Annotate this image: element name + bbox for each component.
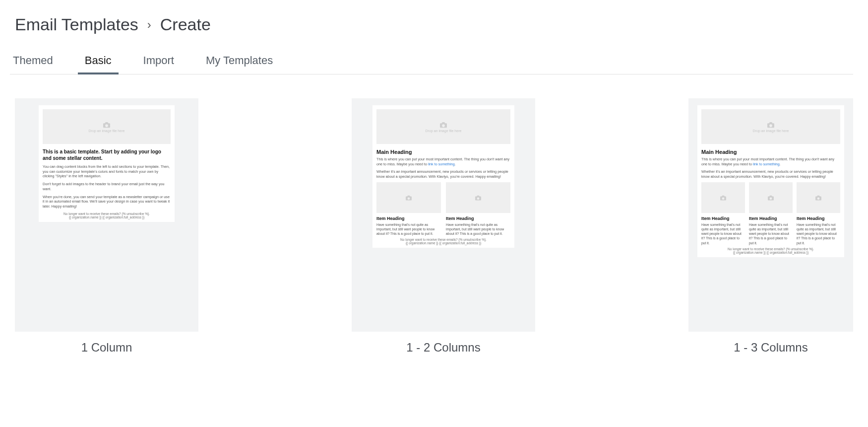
footer-org: {{ organization.name }} {{ organization.… (701, 251, 840, 254)
preview-item: Item Heading Have something that's not q… (446, 182, 510, 236)
item-body: Have something that's not quite as impor… (797, 222, 840, 245)
image-placeholder (376, 182, 441, 213)
template-thumb: Drop an image file here Main Heading Thi… (688, 98, 853, 332)
preview-footer: No longer want to receive these emails? … (43, 212, 171, 219)
preview-heading: Main Heading (701, 149, 840, 155)
preview-paragraph: This is where you can put your most impo… (376, 157, 510, 166)
image-placeholder (749, 182, 793, 213)
preview-footer: No longer want to receive these emails? … (376, 238, 510, 245)
preview-link: link to something (753, 162, 780, 166)
preview-item: Item Heading Have something that's not q… (797, 182, 840, 245)
preview-paragraph: When you're done, you can send your temp… (43, 195, 171, 209)
tab-basic[interactable]: Basic (82, 54, 115, 74)
preview-heading: Main Heading (376, 149, 510, 155)
preview-paragraph: You can drag content blocks from the lef… (43, 164, 171, 179)
footer-unsub: No longer want to receive these emails? … (701, 247, 840, 251)
template-preview: Drop an image file here Main Heading Thi… (697, 105, 844, 257)
image-placeholder-label: Drop an image file here (89, 129, 125, 133)
camera-icon (719, 195, 727, 201)
tab-my-templates[interactable]: My Templates (203, 54, 276, 74)
tab-themed[interactable]: Themed (10, 54, 56, 74)
item-heading: Item Heading (797, 216, 840, 221)
preview-footer: No longer want to receive these emails? … (701, 247, 840, 254)
breadcrumb: Email Templates › Create (15, 15, 853, 34)
image-placeholder-label: Drop an image file here (426, 129, 462, 133)
preview-paragraph: Don't forget to add images to the header… (43, 182, 171, 191)
preview-title: This is a basic template. Start by addin… (43, 149, 171, 161)
image-placeholder: Drop an image file here (376, 109, 510, 144)
preview-item: Item Heading Have something that's not q… (749, 182, 793, 245)
camera-icon (814, 195, 822, 201)
camera-icon (766, 121, 775, 128)
item-heading: Item Heading (749, 216, 793, 221)
preview-item: Item Heading Have something that's not q… (701, 182, 745, 245)
camera-icon (405, 195, 413, 201)
breadcrumb-root[interactable]: Email Templates (15, 15, 138, 34)
tab-import[interactable]: Import (140, 54, 177, 74)
item-body: Have something that's not quite as impor… (446, 222, 510, 236)
item-heading: Item Heading (376, 216, 441, 221)
template-preview: Drop an image file here This is a basic … (39, 105, 175, 222)
camera-icon (439, 121, 448, 128)
template-preview: Drop an image file here Main Heading Thi… (372, 105, 514, 248)
template-thumb: Drop an image file here Main Heading Thi… (352, 98, 535, 332)
template-card-1-3-columns[interactable]: Drop an image file here Main Heading Thi… (688, 98, 853, 355)
breadcrumb-current: Create (160, 15, 211, 34)
template-label: 1 Column (15, 341, 198, 355)
item-body: Have something that's not quite as impor… (749, 222, 793, 245)
image-placeholder (701, 182, 745, 213)
template-label: 1 - 2 Columns (352, 341, 535, 355)
tabs: Themed Basic Import My Templates (10, 54, 853, 74)
item-heading: Item Heading (701, 216, 745, 221)
camera-icon (767, 195, 775, 201)
template-thumb: Drop an image file here This is a basic … (15, 98, 198, 332)
template-card-1-column[interactable]: Drop an image file here This is a basic … (15, 98, 198, 355)
footer-unsub: No longer want to receive these emails? … (376, 238, 510, 241)
preview-paragraph: This is where you can put your most impo… (701, 157, 840, 166)
chevron-right-icon: › (147, 18, 151, 32)
footer-unsub: No longer want to receive these emails? … (43, 212, 171, 215)
preview-link: link to something (428, 162, 455, 166)
template-label: 1 - 3 Columns (688, 341, 853, 355)
item-body: Have something that's not quite as impor… (376, 222, 441, 236)
template-gallery: Drop an image file here This is a basic … (15, 74, 853, 355)
image-placeholder: Drop an image file here (701, 109, 840, 144)
footer-org: {{ organization.name }} {{ organization.… (376, 241, 510, 245)
footer-org: {{ organization.name }} {{ organization.… (43, 215, 171, 219)
camera-icon (102, 121, 111, 128)
preview-row: Item Heading Have something that's not q… (376, 182, 510, 236)
preview-paragraph: Whether it's an important announcement, … (376, 169, 510, 179)
image-placeholder: Drop an image file here (43, 109, 171, 144)
image-placeholder (797, 182, 840, 213)
preview-row: Item Heading Have something that's not q… (701, 182, 840, 245)
camera-icon (474, 195, 482, 201)
template-card-1-2-columns[interactable]: Drop an image file here Main Heading Thi… (352, 98, 535, 355)
preview-item: Item Heading Have something that's not q… (376, 182, 441, 236)
image-placeholder-label: Drop an image file here (753, 129, 789, 133)
item-body: Have something that's not quite as impor… (701, 222, 745, 245)
item-heading: Item Heading (446, 216, 510, 221)
image-placeholder (446, 182, 510, 213)
preview-paragraph: Whether it's an important announcement, … (701, 169, 840, 179)
